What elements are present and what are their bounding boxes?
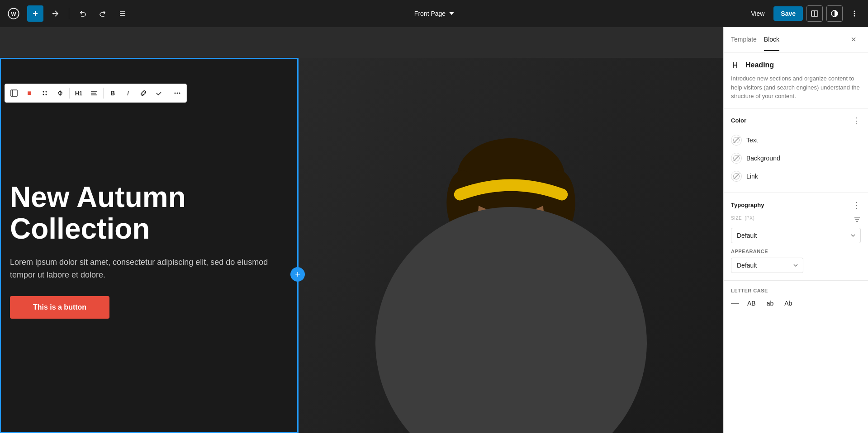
block-info-header: Heading: [731, 60, 861, 71]
template-tab[interactable]: Template: [731, 28, 757, 51]
hero-section: New Autumn Collection + Lorem ipsum dolo…: [0, 58, 723, 433]
color-link-label: Link: [746, 173, 758, 180]
page-title-chevron: [449, 12, 454, 15]
size-label-row: SIZE (PX): [731, 216, 861, 224]
block-info-section: Heading Introduce new sections and organ…: [724, 52, 868, 108]
svg-point-17: [46, 94, 47, 95]
heading-level-button[interactable]: H1: [71, 86, 86, 100]
text-align-button[interactable]: [87, 86, 101, 100]
letter-case-row: — AB ab Ab: [731, 298, 861, 309]
toolbar-separator-1: [69, 8, 69, 19]
undo-button[interactable]: [75, 5, 91, 22]
svg-point-2: [53, 13, 54, 14]
hero-heading[interactable]: New Autumn Collection: [10, 181, 280, 245]
preview-toggle-button[interactable]: [806, 5, 823, 22]
typography-section-header: Typography ⋮: [731, 200, 861, 210]
color-options-button[interactable]: ⋮: [853, 116, 861, 126]
main-layout: ■ H1: [0, 27, 868, 433]
letter-case-label: LETTER CASE: [731, 288, 861, 293]
svg-point-16: [43, 94, 44, 95]
block-type-indicator[interactable]: ■: [22, 86, 37, 100]
top-toolbar: W + Front Page View: [0, 0, 868, 27]
letter-case-none-button[interactable]: —: [731, 298, 739, 308]
hero-cta-button[interactable]: This is a button: [10, 296, 109, 319]
color-text-swatch: [733, 137, 740, 143]
more-rich-text-button[interactable]: [152, 86, 166, 100]
canvas-area: ■ H1: [0, 27, 723, 433]
heading-block-icon: [731, 60, 742, 71]
sidebar-tab-bar: Template Block ×: [724, 27, 868, 52]
add-block-between-button[interactable]: +: [290, 267, 305, 282]
typography-options-button[interactable]: ⋮: [853, 200, 861, 210]
letter-case-lower-button[interactable]: ab: [764, 298, 777, 309]
letter-case-section: LETTER CASE — AB ab Ab: [724, 281, 868, 316]
italic-button[interactable]: I: [121, 86, 135, 100]
color-link-swatch: [733, 173, 740, 179]
svg-point-23: [179, 93, 180, 94]
color-link-item[interactable]: Link: [731, 167, 861, 185]
tools-button[interactable]: [47, 5, 63, 22]
svg-point-14: [43, 91, 44, 93]
bt-sep-3: [168, 88, 168, 99]
svg-point-22: [177, 93, 178, 94]
appearance-label: APPEARANCE: [731, 249, 861, 254]
block-options-button[interactable]: [170, 86, 185, 100]
add-block-button[interactable]: +: [27, 5, 43, 22]
block-drag-handle[interactable]: [38, 86, 52, 100]
hero-body-text[interactable]: Lorem ipsum dolor sit amet, consectetur …: [10, 256, 280, 282]
toolbar-right-group: View Save: [745, 5, 863, 22]
page-title-text: Front Page: [414, 10, 446, 17]
size-filter-button[interactable]: [854, 216, 861, 223]
block-title-label: Heading: [745, 61, 774, 69]
letter-case-upper-button[interactable]: AB: [745, 298, 759, 309]
color-section-header: Color ⋮: [731, 116, 861, 126]
typography-section-title: Typography: [731, 202, 764, 208]
bold-button[interactable]: B: [105, 86, 120, 100]
color-text-circle: [731, 135, 742, 146]
color-background-label: Background: [746, 155, 780, 162]
hero-left-column: New Autumn Collection + Lorem ipsum dolo…: [0, 58, 299, 433]
color-background-item[interactable]: Background: [731, 149, 861, 167]
color-text-item[interactable]: Text: [731, 131, 861, 149]
sidebar-close-button[interactable]: ×: [846, 33, 861, 47]
svg-point-15: [46, 91, 47, 93]
color-background-swatch: [733, 155, 740, 161]
color-section-title: Color: [731, 117, 746, 124]
color-background-circle: [731, 153, 742, 164]
svg-point-11: [854, 15, 855, 17]
hero-right-column: [299, 58, 723, 433]
save-button[interactable]: Save: [773, 6, 803, 21]
move-block-button[interactable]: [53, 86, 67, 100]
color-text-label: Text: [746, 136, 758, 144]
block-sidebar-toggle[interactable]: [7, 86, 21, 100]
wp-logo-button[interactable]: W: [5, 5, 22, 22]
hero-image: [299, 58, 723, 433]
svg-rect-12: [11, 90, 17, 96]
more-options-button[interactable]: [846, 5, 863, 22]
bt-sep-2: [103, 88, 104, 99]
appearance-select[interactable]: Default: [731, 258, 803, 273]
letter-case-title-button[interactable]: Ab: [782, 298, 795, 309]
contrast-button[interactable]: [826, 5, 843, 22]
block-toolbar: ■ H1: [5, 84, 187, 103]
size-select[interactable]: Default: [731, 228, 861, 243]
color-link-circle: [731, 171, 742, 182]
typography-section: Typography ⋮ SIZE (PX) Default: [724, 193, 868, 281]
size-label: SIZE (PX): [731, 216, 754, 221]
bt-sep-1: [69, 88, 70, 99]
svg-point-9: [854, 11, 855, 12]
block-tab[interactable]: Block: [764, 28, 779, 51]
view-button[interactable]: View: [745, 7, 770, 20]
block-description-text: Introduce new sections and organize cont…: [731, 74, 861, 101]
svg-point-10: [854, 13, 855, 14]
svg-text:W: W: [11, 11, 16, 17]
page-title-dropdown[interactable]: Front Page: [414, 10, 454, 17]
link-button[interactable]: [136, 86, 151, 100]
list-view-button[interactable]: [114, 5, 131, 22]
right-sidebar: Template Block × Heading Introduce new s…: [723, 27, 868, 433]
svg-point-21: [175, 93, 176, 94]
redo-button[interactable]: [95, 5, 111, 22]
color-section: Color ⋮ Text Background Link: [724, 108, 868, 193]
